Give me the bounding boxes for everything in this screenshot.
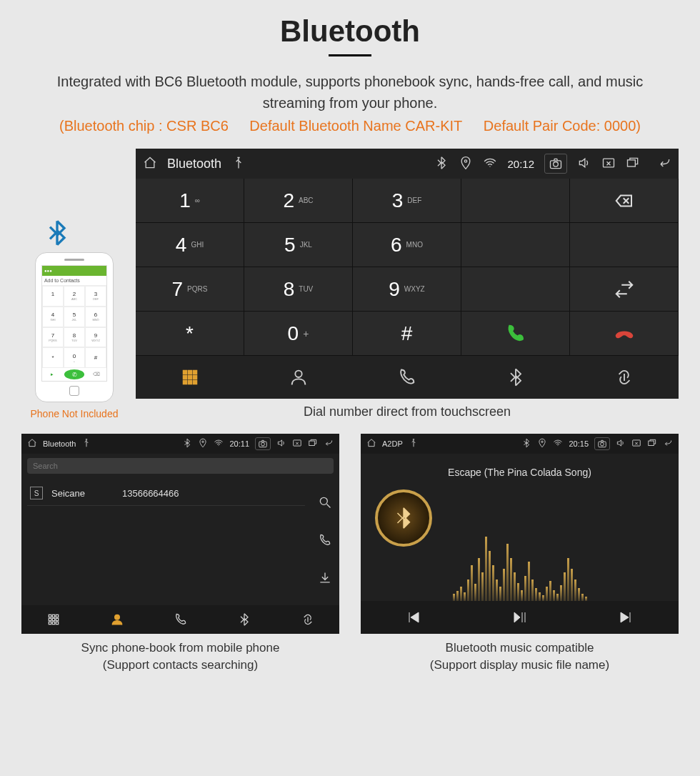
- key-star[interactable]: *: [136, 312, 244, 356]
- tab-pair[interactable]: [570, 356, 679, 399]
- tab-pair[interactable]: [276, 605, 339, 634]
- key-3[interactable]: 3DEF: [353, 179, 461, 223]
- dialer-screen: Bluetooth 20:12 1∞ 2ABC 3DEF 4GHI 5JKL 6…: [136, 149, 679, 399]
- tab-keypad[interactable]: [136, 356, 244, 399]
- download-icon[interactable]: [318, 571, 332, 588]
- phone-topbar: ●●●: [42, 266, 106, 276]
- wifi-icon: [214, 438, 224, 449]
- spec-name: Default Bluetooth Name CAR-KIT: [249, 118, 462, 134]
- next-button[interactable]: [573, 601, 679, 634]
- bluetooth-icon: [521, 438, 531, 449]
- swap-key[interactable]: [570, 267, 679, 312]
- contact-name: Seicane: [51, 488, 85, 499]
- hangup-button[interactable]: [570, 312, 679, 356]
- key-empty-3: [570, 223, 679, 267]
- back-icon[interactable]: [657, 156, 671, 172]
- music-body: Escape (The Pina Colada Song): [361, 454, 679, 601]
- tab-bluetooth[interactable]: [461, 356, 570, 399]
- spec-pair: Default Pair Code: 0000): [484, 118, 641, 134]
- contact-letter: S: [30, 487, 43, 499]
- close-window-icon[interactable]: [601, 156, 616, 172]
- phonebook-screen: Bluetooth 20:11 S Sei: [21, 434, 339, 634]
- key-7[interactable]: 7PQRS: [136, 267, 244, 312]
- phonebook-tabs: [21, 605, 339, 634]
- screenshot-button[interactable]: [544, 154, 567, 174]
- back-icon[interactable]: [663, 438, 673, 449]
- screenshot-button[interactable]: [255, 437, 271, 450]
- call-button[interactable]: [461, 312, 570, 356]
- key-1[interactable]: 1∞: [136, 179, 244, 223]
- side-actions: [311, 478, 339, 605]
- home-icon[interactable]: [27, 438, 37, 449]
- home-icon[interactable]: [366, 438, 376, 449]
- bluetooth-signal-icon: [43, 219, 71, 254]
- page-title: Bluetooth: [7, 14, 693, 49]
- volume-icon[interactable]: [577, 156, 591, 172]
- recent-apps-icon[interactable]: [626, 156, 640, 172]
- phonebook-caption: Sync phone-book from mobile phone (Suppo…: [81, 640, 280, 674]
- back-icon[interactable]: [324, 438, 334, 449]
- tab-recents[interactable]: [353, 356, 461, 399]
- song-title: Escape (The Pina Colada Song): [448, 467, 591, 478]
- prev-button[interactable]: [361, 601, 466, 634]
- home-icon[interactable]: [143, 156, 157, 172]
- bluetooth-icon: [434, 156, 449, 172]
- dialer-keypad: 1∞ 2ABC 3DEF 4GHI 5JKL 6MNO 7PQRS 8TUV 9…: [136, 179, 679, 356]
- phone-add-contacts: Add to Contacts: [42, 276, 106, 286]
- recent-apps-icon[interactable]: [647, 438, 657, 449]
- key-6[interactable]: 6MNO: [353, 223, 461, 267]
- volume-icon[interactable]: [616, 438, 626, 449]
- location-icon: [459, 156, 473, 172]
- tab-contacts[interactable]: [244, 356, 353, 399]
- statusbar-title: A2DP: [382, 439, 403, 448]
- backspace-key[interactable]: [570, 179, 679, 223]
- contact-number: 13566664466: [122, 488, 179, 499]
- key-hash[interactable]: #: [353, 312, 461, 356]
- usb-icon: [231, 156, 246, 172]
- statusbar-title: Bluetooth: [43, 439, 76, 448]
- call-icon[interactable]: [318, 533, 332, 550]
- key-8[interactable]: 8TUV: [244, 267, 353, 312]
- tab-contacts[interactable]: [85, 605, 149, 634]
- statusbar-time: 20:15: [569, 439, 589, 448]
- tab-bluetooth[interactable]: [212, 605, 276, 634]
- wifi-icon: [483, 156, 497, 172]
- key-4[interactable]: 4GHI: [136, 223, 244, 267]
- search-input[interactable]: [27, 458, 334, 474]
- search-icon[interactable]: [318, 495, 332, 512]
- bluetooth-icon: [182, 438, 192, 449]
- statusbar-time: 20:12: [507, 158, 534, 170]
- tab-keypad[interactable]: [21, 605, 85, 634]
- recent-apps-icon[interactable]: [308, 438, 318, 449]
- close-window-icon[interactable]: [292, 438, 302, 449]
- music-statusbar: A2DP 20:15: [361, 434, 679, 454]
- statusbar-title: Bluetooth: [167, 156, 221, 171]
- usb-icon: [409, 438, 419, 449]
- statusbar-time: 20:11: [229, 439, 249, 448]
- contact-list: S Seicane 13566664466: [21, 478, 311, 605]
- phone-keypad: 1 2ABC3DEF 4GHI5JKL6MNO 7PQRS8TUV9WXYZ *…: [42, 286, 106, 368]
- tab-recents[interactable]: [149, 605, 212, 634]
- key-empty-2: [461, 223, 570, 267]
- music-controls: [361, 601, 679, 634]
- phone-caption: Phone Not Included: [31, 408, 119, 419]
- close-window-icon[interactable]: [631, 438, 641, 449]
- key-empty-1: [461, 179, 570, 223]
- key-2[interactable]: 2ABC: [244, 179, 353, 223]
- play-pause-button[interactable]: [466, 601, 572, 634]
- phone-mockup: ●●● Add to Contacts 1 2ABC3DEF 4GHI5JKL6…: [35, 252, 114, 402]
- key-0[interactable]: 0+: [244, 312, 353, 356]
- contact-row[interactable]: S Seicane 13566664466: [27, 481, 305, 506]
- key-5[interactable]: 5JKL: [244, 223, 353, 267]
- equalizer: [361, 522, 679, 601]
- location-icon: [198, 438, 208, 449]
- key-9[interactable]: 9WXYZ: [353, 267, 461, 312]
- music-caption: Bluetooth music compatible (Support disp…: [430, 640, 609, 674]
- music-screen: A2DP 20:15 Escape (The Pina Colada Song): [361, 434, 679, 634]
- page-subtitle: Integrated with BC6 Bluetooth module, su…: [7, 71, 693, 114]
- volume-icon[interactable]: [276, 438, 286, 449]
- phonebook-statusbar: Bluetooth 20:11: [21, 434, 339, 454]
- location-icon: [537, 438, 547, 449]
- title-underline: [329, 54, 371, 56]
- screenshot-button[interactable]: [594, 437, 610, 450]
